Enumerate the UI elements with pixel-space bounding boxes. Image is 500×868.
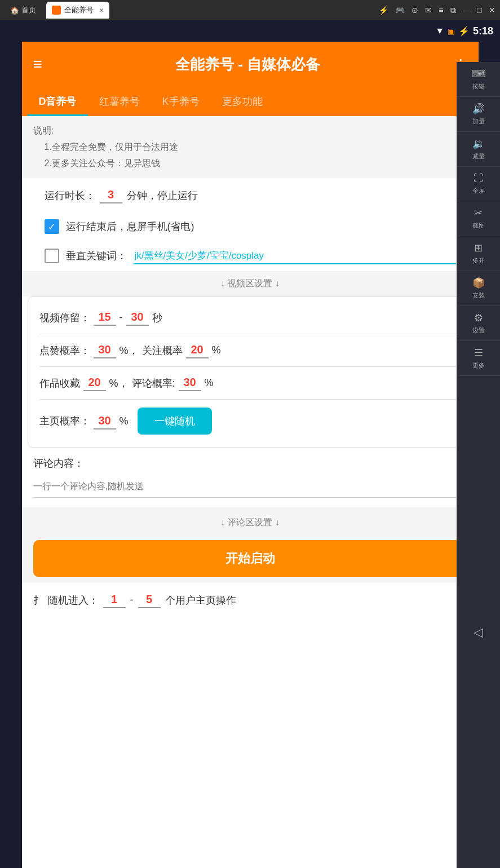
random-enter-suffix: 个用户主页操作 bbox=[165, 594, 236, 607]
sidebar-label-settings: 设置 bbox=[472, 326, 485, 335]
battery-icon: ⚡ bbox=[458, 26, 470, 37]
right-sidebar: ⌨ 按键 🔊 加量 🔉 减量 ⛶ 全屏 ✂ 截图 ⊞ 多开 📦 安装 ⚙ bbox=[457, 62, 500, 868]
restore-icon[interactable]: ⧉ bbox=[450, 6, 456, 15]
sidebar-item-install[interactable]: 📦 安装 bbox=[457, 271, 500, 306]
keyboard-icon: ⌨ bbox=[471, 68, 486, 80]
sidebar-label-more: 更多 bbox=[472, 361, 485, 370]
keyword-checkbox[interactable] bbox=[45, 249, 59, 263]
sidebar-label-install: 安装 bbox=[472, 291, 485, 300]
follow-rate-value[interactable]: 20 bbox=[186, 342, 209, 358]
sidebar-item-multi[interactable]: ⊞ 多开 bbox=[457, 236, 500, 271]
random-enter-prefix: 随机进入： bbox=[48, 594, 99, 607]
desc-line-1: 1.全程完全免费，仅用于合法用途 bbox=[33, 139, 467, 156]
sidebar-label-keyboard: 按键 bbox=[472, 82, 485, 91]
like-rate-label: 点赞概率： bbox=[39, 344, 90, 357]
sidebar-item-volume-down[interactable]: 🔉 减量 bbox=[457, 132, 500, 167]
collect-rate-value[interactable]: 20 bbox=[83, 375, 106, 391]
home-rate-unit: % bbox=[120, 415, 129, 427]
comment-content-label: 评论内容： bbox=[33, 457, 467, 470]
sidebar-label-fullscreen: 全屏 bbox=[472, 187, 485, 195]
tab-favicon bbox=[52, 6, 61, 15]
video-section-divider: ↓ 视频区设置 ↓ bbox=[22, 271, 479, 296]
sidebar-item-keyboard[interactable]: ⌨ 按键 bbox=[457, 62, 500, 97]
home-rate-label: 主页概率： bbox=[39, 414, 90, 428]
random-enter-sep: - bbox=[130, 594, 134, 606]
fullscreen-icon: ⛶ bbox=[474, 172, 484, 184]
runtime-unit: 分钟，停止运行 bbox=[127, 189, 198, 202]
sidebar-item-volume-up[interactable]: 🔊 加量 bbox=[457, 97, 500, 132]
minimize-icon[interactable]: — bbox=[463, 6, 471, 15]
tab-more-features[interactable]: 更多功能 bbox=[211, 87, 274, 116]
app-container: ≡ 全能养号 - 自媒体必备 ⋮ D音养号 红薯养号 K手养号 更多功能 说明:… bbox=[22, 42, 479, 868]
video-stay-min[interactable]: 15 bbox=[94, 309, 116, 326]
sidebar-item-more[interactable]: ☰ 更多 bbox=[457, 341, 500, 376]
sidebar-item-screenshot[interactable]: ✂ 截图 bbox=[457, 201, 500, 236]
active-tab[interactable]: 全能养号 × bbox=[46, 2, 109, 19]
sidebar-item-fullscreen[interactable]: ⛶ 全屏 bbox=[457, 167, 500, 201]
comment-input[interactable] bbox=[33, 476, 467, 498]
collect-rate-row: 作品收藏 20 %， 评论概率: 30 % bbox=[28, 367, 472, 399]
collect-rate-unit1: %， bbox=[109, 377, 129, 390]
sidebar-item-settings[interactable]: ⚙ 设置 bbox=[457, 306, 500, 341]
circle-icon[interactable]: ⊙ bbox=[411, 6, 418, 15]
random-enter-row: 扌 随机进入： 1 - 5 个用户主页操作 bbox=[22, 583, 479, 617]
runtime-label: 运行时长： bbox=[45, 189, 95, 202]
clock: 5:18 bbox=[473, 25, 493, 37]
video-stay-unit: 秒 bbox=[152, 311, 162, 325]
home-rate-value[interactable]: 30 bbox=[94, 413, 116, 429]
random-enter-max[interactable]: 5 bbox=[138, 592, 161, 608]
window-close-icon[interactable]: ✕ bbox=[489, 6, 495, 15]
volume-down-icon: 🔉 bbox=[472, 138, 485, 150]
signal-icon: ▣ bbox=[448, 26, 455, 36]
sidebar-label-multi: 多开 bbox=[472, 256, 485, 265]
desc-line-2: 2.更多关注公众号：见异思钱 bbox=[33, 156, 467, 172]
tab-red-potato[interactable]: 红薯养号 bbox=[88, 87, 151, 116]
comment-rate-label: 评论概率: bbox=[132, 377, 175, 390]
video-stay-max[interactable]: 30 bbox=[126, 309, 149, 326]
menu-icon[interactable]: ≡ bbox=[439, 6, 443, 15]
keyword-row: 垂直关键词： bbox=[33, 241, 467, 271]
like-rate-value[interactable]: 30 bbox=[94, 342, 116, 358]
nav-back-arrow[interactable]: ◁ bbox=[474, 614, 483, 651]
gamepad-icon[interactable]: 🎮 bbox=[395, 6, 405, 15]
tab-d-music[interactable]: D音养号 bbox=[28, 87, 88, 116]
tabs-bar: D音养号 红薯养号 K手养号 更多功能 bbox=[22, 87, 479, 116]
browser-controls: ⚡ 🎮 ⊙ ✉ ≡ ⧉ — □ ✕ bbox=[379, 6, 495, 15]
tab-close-button[interactable]: × bbox=[99, 6, 104, 15]
follow-rate-unit2: % bbox=[212, 344, 221, 356]
keyword-label: 垂直关键词： bbox=[66, 249, 127, 263]
runtime-row: 运行时长： 3 分钟，停止运行 bbox=[33, 178, 467, 212]
hamburger-menu[interactable]: ≡ bbox=[33, 55, 42, 73]
more-icon: ☰ bbox=[474, 347, 483, 359]
random-enter-min[interactable]: 1 bbox=[103, 592, 126, 608]
volume-up-icon: 🔊 bbox=[472, 103, 485, 115]
follow-rate-label: 关注概率 bbox=[142, 344, 183, 357]
desc-title: 说明: bbox=[33, 123, 467, 139]
home-tab[interactable]: 🏠 首页 bbox=[5, 3, 42, 17]
like-rate-row: 点赞概率： 30 %， 关注概率 20 % bbox=[28, 334, 472, 366]
multi-open-icon: ⊞ bbox=[474, 242, 483, 254]
comment-rate-unit2: % bbox=[205, 377, 214, 389]
random-button[interactable]: 一键随机 bbox=[138, 408, 212, 435]
mail-icon[interactable]: ✉ bbox=[425, 6, 432, 15]
app-header: ≡ 全能养号 - 自媒体必备 ⋮ bbox=[22, 42, 479, 87]
comment-section: 评论内容： bbox=[22, 448, 479, 498]
home-rate-row: 主页概率： 30 % 一键随机 bbox=[28, 400, 472, 442]
maximize-icon[interactable]: □ bbox=[477, 6, 482, 15]
start-button[interactable]: 开始启动 bbox=[33, 540, 467, 577]
app-title: 全能养号 - 自媒体必备 bbox=[42, 55, 454, 74]
runtime-value[interactable]: 3 bbox=[100, 187, 122, 203]
comment-rate-value[interactable]: 30 bbox=[179, 375, 201, 391]
home-icon: 🏠 bbox=[10, 6, 19, 15]
settings-area: 运行时长： 3 分钟，停止运行 ✓ 运行结束后，息屏手机(省电) 垂直关键词： bbox=[22, 178, 479, 271]
video-stay-label: 视频停留： bbox=[39, 311, 90, 325]
tab-k-hand[interactable]: K手养号 bbox=[151, 87, 211, 116]
partial-label: 扌 bbox=[33, 594, 43, 607]
lightning-icon[interactable]: ⚡ bbox=[379, 6, 388, 15]
active-tab-label: 全能养号 bbox=[64, 5, 94, 15]
keyword-input[interactable] bbox=[134, 247, 456, 264]
video-stay-sep: - bbox=[120, 312, 123, 324]
start-btn-container: 开始启动 bbox=[22, 534, 479, 583]
wifi-icon: ▼ bbox=[435, 26, 444, 36]
screen-off-checkbox[interactable]: ✓ bbox=[45, 219, 59, 234]
